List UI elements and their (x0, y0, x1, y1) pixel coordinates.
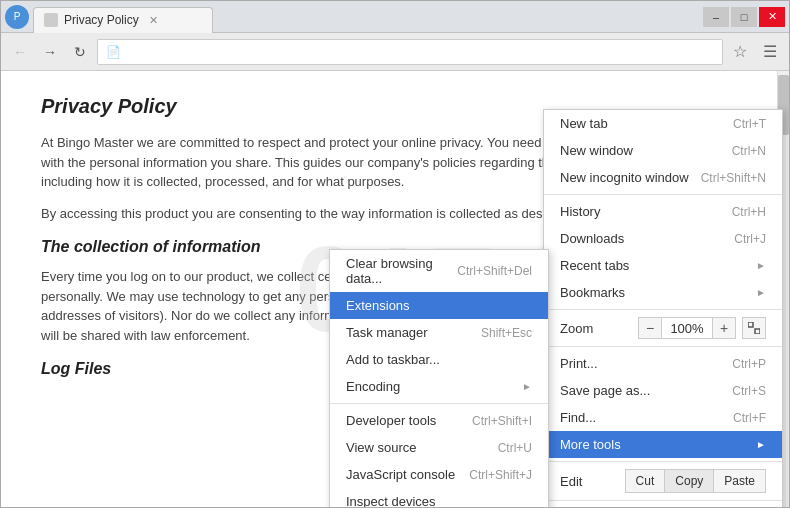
copy-button[interactable]: Copy (665, 469, 713, 493)
address-bar[interactable]: 📄 (97, 39, 723, 65)
svg-rect-1 (755, 329, 760, 334)
menu-sep-2 (544, 309, 782, 310)
title-bar: P Privacy Policy ✕ – □ ✕ (1, 1, 789, 33)
submenu-item-developer-tools[interactable]: Developer tools Ctrl+Shift+I (330, 407, 548, 434)
menu-item-history[interactable]: History Ctrl+H (544, 198, 782, 225)
page-icon: 📄 (106, 45, 120, 59)
menu-sep-3 (544, 346, 782, 347)
back-button[interactable]: ← (7, 39, 33, 65)
menu-item-new-incognito[interactable]: New incognito window Ctrl+Shift+N (544, 164, 782, 191)
submenu-item-inspect-devices[interactable]: Inspect devices (330, 488, 548, 507)
maximize-button[interactable]: □ (731, 7, 757, 27)
menu-item-bookmarks[interactable]: Bookmarks ► (544, 279, 782, 306)
chrome-menu-button[interactable]: ☰ (757, 39, 783, 65)
bookmark-star-button[interactable]: ☆ (727, 39, 753, 65)
menu-item-new-tab[interactable]: New tab Ctrl+T (544, 110, 782, 137)
navigation-bar: ← → ↻ 📄 ☆ ☰ (1, 33, 789, 71)
menu-item-find[interactable]: Find... Ctrl+F (544, 404, 782, 431)
page-content: 017 Privacy Policy At Bingo Master we ar… (1, 71, 789, 507)
browser-window: P Privacy Policy ✕ – □ ✕ ← → ↻ 📄 ☆ ☰ 017… (0, 0, 790, 508)
tab-favicon (44, 13, 58, 27)
close-button[interactable]: ✕ (759, 7, 785, 27)
menu-sep-1 (544, 194, 782, 195)
menu-item-downloads[interactable]: Downloads Ctrl+J (544, 225, 782, 252)
cut-button[interactable]: Cut (625, 469, 666, 493)
menu-item-recent-tabs[interactable]: Recent tabs ► (544, 252, 782, 279)
zoom-value: 100% (662, 317, 712, 339)
submenu-item-view-source[interactable]: View source Ctrl+U (330, 434, 548, 461)
submenu-item-js-console[interactable]: JavaScript console Ctrl+Shift+J (330, 461, 548, 488)
chrome-main-menu[interactable]: New tab Ctrl+T New window Ctrl+N New inc… (543, 109, 783, 507)
zoom-fullscreen-button[interactable] (742, 317, 766, 339)
menu-sep-5 (544, 500, 782, 501)
window-controls: – □ ✕ (703, 7, 785, 27)
svg-rect-0 (748, 322, 753, 327)
edit-row: Edit Cut Copy Paste (544, 465, 782, 497)
fullscreen-icon (748, 322, 760, 334)
zoom-control: Zoom − 100% + (544, 313, 782, 343)
zoom-plus-button[interactable]: + (712, 317, 736, 339)
zoom-minus-button[interactable]: − (638, 317, 662, 339)
profile-icon: P (5, 5, 29, 29)
menu-item-settings[interactable]: Settings (544, 504, 782, 507)
browser-tab[interactable]: Privacy Policy ✕ (33, 7, 213, 33)
menu-item-print[interactable]: Print... Ctrl+P (544, 350, 782, 377)
reload-button[interactable]: ↻ (67, 39, 93, 65)
tab-close-button[interactable]: ✕ (147, 13, 161, 27)
menu-item-save-page[interactable]: Save page as... Ctrl+S (544, 377, 782, 404)
minimize-button[interactable]: – (703, 7, 729, 27)
menu-item-new-window[interactable]: New window Ctrl+N (544, 137, 782, 164)
tab-title: Privacy Policy (64, 13, 139, 27)
menu-item-more-tools[interactable]: More tools ► (544, 431, 782, 458)
paste-button[interactable]: Paste (713, 469, 766, 493)
menu-sep-4 (544, 461, 782, 462)
forward-button[interactable]: → (37, 39, 63, 65)
